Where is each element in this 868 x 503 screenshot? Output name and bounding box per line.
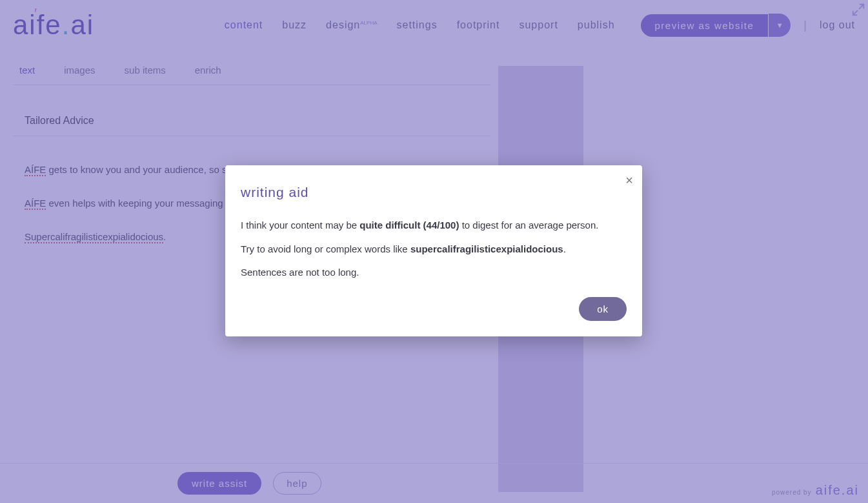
modal-title: writing aid: [241, 185, 627, 200]
modal-body: I think your content may be quite diffic…: [241, 218, 627, 280]
modal-actions: ok: [241, 297, 627, 321]
close-icon[interactable]: ×: [625, 173, 633, 188]
ok-button[interactable]: ok: [579, 297, 627, 321]
writing-aid-modal: × writing aid I think your content may b…: [225, 165, 642, 336]
difficulty-score: quite difficult (44/100): [359, 220, 459, 231]
flagged-word: supercalifragilisticexpialidocious: [410, 243, 563, 254]
